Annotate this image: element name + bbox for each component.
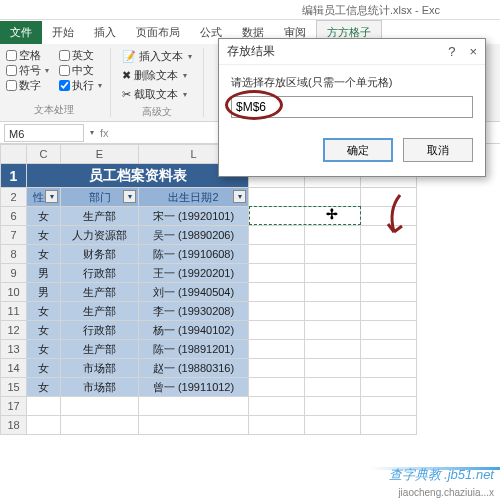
data-cell[interactable]: 男 bbox=[27, 264, 61, 283]
row-header[interactable]: 8 bbox=[1, 245, 27, 264]
data-cell[interactable]: 生产部 bbox=[61, 302, 139, 321]
data-cell[interactable]: 市场部 bbox=[61, 378, 139, 397]
data-cell[interactable]: 行政部 bbox=[61, 264, 139, 283]
empty-cell[interactable] bbox=[27, 397, 61, 416]
empty-cell[interactable] bbox=[361, 226, 417, 245]
data-cell[interactable]: 刘一 (19940504) bbox=[139, 283, 249, 302]
data-cell[interactable]: 生产部 bbox=[61, 283, 139, 302]
empty-cell[interactable] bbox=[305, 302, 361, 321]
row-header[interactable]: 11 bbox=[1, 302, 27, 321]
row-header[interactable]: 9 bbox=[1, 264, 27, 283]
empty-cell[interactable] bbox=[361, 283, 417, 302]
empty-cell[interactable] bbox=[249, 245, 305, 264]
column-header[interactable]: 性别▾ bbox=[27, 188, 61, 207]
empty-cell[interactable] bbox=[61, 416, 139, 435]
empty-cell[interactable] bbox=[139, 416, 249, 435]
range-input[interactable] bbox=[231, 96, 473, 118]
tab-home[interactable]: 开始 bbox=[42, 21, 84, 44]
chk-exec[interactable]: 执行▾ bbox=[59, 78, 102, 93]
data-cell[interactable]: 女 bbox=[27, 302, 61, 321]
data-cell[interactable]: 人力资源部 bbox=[61, 226, 139, 245]
spreadsheet-grid[interactable]: CELMNO 1员工档案资料表2性别▾部门▾出生日期2▾6女生产部宋一 (199… bbox=[0, 144, 500, 435]
empty-cell[interactable] bbox=[361, 302, 417, 321]
empty-cell[interactable] bbox=[305, 378, 361, 397]
btn-insert-text[interactable]: 📝插入文本▾ bbox=[119, 48, 195, 65]
data-cell[interactable]: 女 bbox=[27, 359, 61, 378]
data-cell[interactable]: 杨一 (19940102) bbox=[139, 321, 249, 340]
chk-blank[interactable]: 空格 bbox=[6, 48, 49, 63]
chk-english[interactable]: 英文 bbox=[59, 48, 102, 63]
col-header[interactable]: E bbox=[61, 145, 139, 164]
row-header[interactable]: 18 bbox=[1, 416, 27, 435]
data-cell[interactable]: 行政部 bbox=[61, 321, 139, 340]
tab-insert[interactable]: 插入 bbox=[84, 21, 126, 44]
empty-cell[interactable] bbox=[249, 321, 305, 340]
empty-cell[interactable] bbox=[361, 340, 417, 359]
empty-cell[interactable] bbox=[61, 397, 139, 416]
empty-cell[interactable] bbox=[361, 397, 417, 416]
empty-cell[interactable] bbox=[305, 264, 361, 283]
data-cell[interactable]: 李一 (19930208) bbox=[139, 302, 249, 321]
empty-cell[interactable] bbox=[249, 264, 305, 283]
empty-cell[interactable] bbox=[361, 207, 417, 226]
dialog-help-button[interactable]: ? bbox=[448, 44, 455, 59]
data-cell[interactable]: 曾一 (19911012) bbox=[139, 378, 249, 397]
col-header[interactable] bbox=[1, 145, 27, 164]
cancel-button[interactable]: 取消 bbox=[403, 138, 473, 162]
row-header[interactable]: 2 bbox=[1, 188, 27, 207]
empty-cell[interactable] bbox=[361, 264, 417, 283]
empty-cell[interactable] bbox=[361, 359, 417, 378]
data-cell[interactable]: 陈一 (19910608) bbox=[139, 245, 249, 264]
data-cell[interactable]: 宋一 (19920101) bbox=[139, 207, 249, 226]
data-cell[interactable]: 市场部 bbox=[61, 359, 139, 378]
btn-delete-text[interactable]: ✖删除文本▾ bbox=[119, 67, 195, 84]
empty-cell[interactable] bbox=[361, 321, 417, 340]
column-header[interactable]: 部门▾ bbox=[61, 188, 139, 207]
data-cell[interactable]: 生产部 bbox=[61, 207, 139, 226]
data-cell[interactable]: 王一 (19920201) bbox=[139, 264, 249, 283]
row-header[interactable]: 12 bbox=[1, 321, 27, 340]
filter-icon[interactable]: ▾ bbox=[123, 190, 136, 203]
tab-file[interactable]: 文件 bbox=[0, 21, 42, 44]
row-header[interactable]: 6 bbox=[1, 207, 27, 226]
row-header[interactable]: 15 bbox=[1, 378, 27, 397]
row-header[interactable]: 1 bbox=[1, 164, 27, 188]
empty-cell[interactable] bbox=[249, 378, 305, 397]
row-header[interactable]: 7 bbox=[1, 226, 27, 245]
fx-icon[interactable]: fx bbox=[94, 127, 115, 139]
empty-cell[interactable] bbox=[305, 245, 361, 264]
data-cell[interactable]: 女 bbox=[27, 378, 61, 397]
data-cell[interactable]: 陈一 (19891201) bbox=[139, 340, 249, 359]
data-cell[interactable]: 女 bbox=[27, 321, 61, 340]
chk-symbol[interactable]: 符号▾ bbox=[6, 63, 49, 78]
empty-cell[interactable] bbox=[305, 340, 361, 359]
empty-cell[interactable] bbox=[305, 359, 361, 378]
empty-cell[interactable] bbox=[361, 416, 417, 435]
data-cell[interactable]: 女 bbox=[27, 340, 61, 359]
empty-cell[interactable] bbox=[139, 397, 249, 416]
empty-cell[interactable] bbox=[249, 416, 305, 435]
empty-cell[interactable] bbox=[305, 416, 361, 435]
column-header[interactable]: 出生日期2▾ bbox=[139, 188, 249, 207]
row-header[interactable]: 10 bbox=[1, 283, 27, 302]
empty-cell[interactable] bbox=[361, 245, 417, 264]
empty-cell[interactable] bbox=[249, 226, 305, 245]
row-header[interactable]: 13 bbox=[1, 340, 27, 359]
col-header[interactable]: C bbox=[27, 145, 61, 164]
empty-cell[interactable] bbox=[305, 321, 361, 340]
empty-cell[interactable] bbox=[249, 207, 305, 226]
row-header[interactable]: 14 bbox=[1, 359, 27, 378]
data-cell[interactable]: 女 bbox=[27, 207, 61, 226]
chk-number[interactable]: 数字 bbox=[6, 78, 49, 93]
data-cell[interactable]: 财务部 bbox=[61, 245, 139, 264]
data-cell[interactable]: 女 bbox=[27, 226, 61, 245]
empty-cell[interactable] bbox=[27, 416, 61, 435]
empty-cell[interactable] bbox=[249, 397, 305, 416]
name-box[interactable]: M6 bbox=[4, 124, 84, 142]
data-cell[interactable]: 女 bbox=[27, 245, 61, 264]
tab-layout[interactable]: 页面布局 bbox=[126, 21, 190, 44]
data-cell[interactable]: 男 bbox=[27, 283, 61, 302]
empty-cell[interactable] bbox=[361, 378, 417, 397]
chk-chinese[interactable]: 中文 bbox=[59, 63, 102, 78]
empty-cell[interactable] bbox=[249, 283, 305, 302]
